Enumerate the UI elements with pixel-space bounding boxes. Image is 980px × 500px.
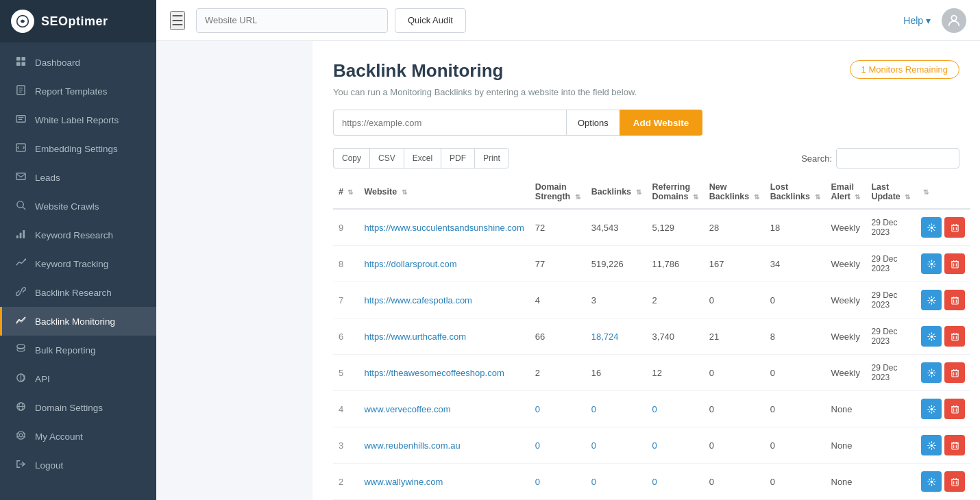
sidebar-item-label: Leads — [35, 173, 60, 183]
delete-button[interactable] — [944, 217, 965, 238]
settings-button[interactable] — [921, 326, 942, 347]
sidebar-item-report-templates[interactable]: Report Templates — [0, 77, 156, 105]
sidebar-item-domain-settings[interactable]: Domain Settings — [0, 393, 156, 422]
row-website: https://theawesomecoffeeshop.com — [358, 355, 529, 391]
backlink-research-icon — [14, 286, 27, 299]
help-dropdown[interactable]: Help ▾ — [903, 15, 931, 26]
settings-button[interactable] — [921, 253, 942, 274]
main-content: Backlink Monitoring 1 Monitors Remaining… — [313, 41, 980, 500]
delete-button[interactable] — [944, 435, 965, 455]
sidebar-item-white-label[interactable]: White Label Reports — [0, 105, 156, 134]
table-row: 6 https://www.urthcaffe.com 66 18,724 3,… — [333, 318, 970, 355]
sidebar-item-bulk-reporting[interactable]: Bulk Reporting — [0, 336, 156, 364]
excel-button[interactable]: Excel — [404, 148, 441, 168]
search-input[interactable] — [836, 148, 959, 168]
delete-button[interactable] — [944, 399, 965, 419]
delete-button[interactable] — [944, 362, 965, 383]
backlink-monitoring-icon — [14, 315, 27, 327]
sidebar-item-label: Logout — [35, 460, 63, 471]
copy-button[interactable]: Copy — [333, 148, 369, 168]
sidebar-item-website-crawls[interactable]: Website Crawls — [0, 192, 156, 221]
row-lost-backlinks: 8 — [765, 318, 826, 355]
settings-button[interactable] — [921, 290, 942, 310]
row-lost-backlinks: 18 — [765, 209, 826, 246]
settings-button[interactable] — [921, 471, 942, 492]
row-num: 2 — [333, 464, 358, 500]
website-url-input[interactable] — [196, 8, 388, 33]
user-avatar[interactable] — [942, 8, 966, 33]
row-website: www.wallywine.com — [358, 464, 529, 500]
row-lost-backlinks: 0 — [765, 391, 826, 427]
print-button[interactable]: Print — [474, 148, 509, 168]
row-actions — [916, 427, 970, 464]
row-num: 6 — [333, 318, 358, 355]
sidebar-item-keyword-tracking[interactable]: Keyword Tracking — [0, 249, 156, 278]
row-referring-domains: 11,786 — [647, 246, 704, 282]
row-backlinks: 519,226 — [586, 246, 647, 282]
row-num: 7 — [333, 282, 358, 318]
row-referring-domains: 0 — [647, 427, 704, 464]
page-header: Backlink Monitoring 1 Monitors Remaining — [333, 60, 959, 82]
sidebar-item-api[interactable]: API — [0, 364, 156, 393]
svg-point-76 — [930, 444, 933, 447]
col-website: Website ⇅ — [358, 175, 529, 209]
sidebar-item-keyword-research[interactable]: Keyword Research — [0, 221, 156, 249]
settings-button[interactable] — [921, 435, 942, 455]
delete-button[interactable] — [944, 290, 965, 310]
monitors-badge: 1 Monitors Remaining — [850, 60, 959, 79]
col-email-alert: EmailAlert ⇅ — [826, 175, 866, 209]
sidebar-item-logout[interactable]: Logout — [0, 451, 156, 479]
website-url-field[interactable] — [333, 110, 566, 136]
delete-button[interactable] — [944, 253, 965, 274]
sidebar-item-backlink-research[interactable]: Backlink Research — [0, 278, 156, 307]
row-referring-domains: 3,740 — [647, 318, 704, 355]
svg-rect-13 — [16, 173, 25, 179]
hamburger-button[interactable]: ☰ — [170, 11, 185, 30]
sidebar-item-label: Keyword Research — [35, 230, 113, 240]
quick-audit-button[interactable]: Quick Audit — [395, 8, 466, 33]
sidebar-item-dashboard[interactable]: Dashboard — [0, 48, 156, 77]
row-website: https://www.urthcaffe.com — [358, 318, 529, 355]
row-last-update — [866, 464, 916, 500]
row-backlinks: 0 — [586, 391, 647, 427]
delete-button[interactable] — [944, 326, 965, 347]
row-email-alert: None — [826, 391, 866, 427]
search-label: Search: — [801, 153, 832, 164]
table-header-row: # ⇅ Website ⇅ DomainStrength ⇅ Backlinks… — [333, 175, 970, 209]
sidebar-item-label: Embedding Settings — [35, 144, 118, 154]
row-lost-backlinks: 0 — [765, 355, 826, 391]
sidebar-item-label: Website Crawls — [35, 201, 99, 212]
row-new-backlinks: 167 — [704, 246, 765, 282]
row-num: 5 — [333, 355, 358, 391]
pdf-button[interactable]: PDF — [441, 148, 474, 168]
sidebar-item-my-account[interactable]: My Account — [0, 422, 156, 451]
table-row: 7 https://www.cafespotla.com 4 3 2 0 0 W… — [333, 282, 970, 318]
row-num: 8 — [333, 246, 358, 282]
row-domain-strength: 66 — [530, 318, 586, 355]
settings-button[interactable] — [921, 399, 942, 419]
settings-button[interactable] — [921, 362, 942, 383]
delete-button[interactable] — [944, 471, 965, 492]
csv-button[interactable]: CSV — [369, 148, 404, 168]
row-actions — [916, 464, 970, 500]
sidebar-item-leads[interactable]: Leads — [0, 163, 156, 192]
row-last-update — [866, 427, 916, 464]
logo-icon — [11, 10, 34, 33]
svg-point-33 — [951, 15, 956, 20]
svg-rect-49 — [952, 297, 958, 303]
svg-rect-1 — [16, 57, 20, 61]
sidebar-item-backlink-monitoring[interactable]: Backlink Monitoring — [0, 307, 156, 336]
report-templates-icon — [14, 85, 27, 97]
add-website-button[interactable]: Add Website — [620, 110, 703, 136]
settings-button[interactable] — [921, 217, 942, 238]
logout-icon — [14, 459, 27, 471]
col-actions: ⇅ — [916, 175, 970, 209]
svg-rect-70 — [952, 406, 958, 412]
row-actions — [916, 391, 970, 427]
row-website: https://www.succulentsandsunshine.com — [358, 209, 529, 246]
options-button[interactable]: Options — [566, 110, 620, 136]
sidebar-item-label: White Label Reports — [35, 115, 119, 125]
svg-point-62 — [930, 371, 933, 374]
sidebar-item-embedding[interactable]: Embedding Settings — [0, 134, 156, 163]
svg-point-14 — [16, 201, 23, 208]
